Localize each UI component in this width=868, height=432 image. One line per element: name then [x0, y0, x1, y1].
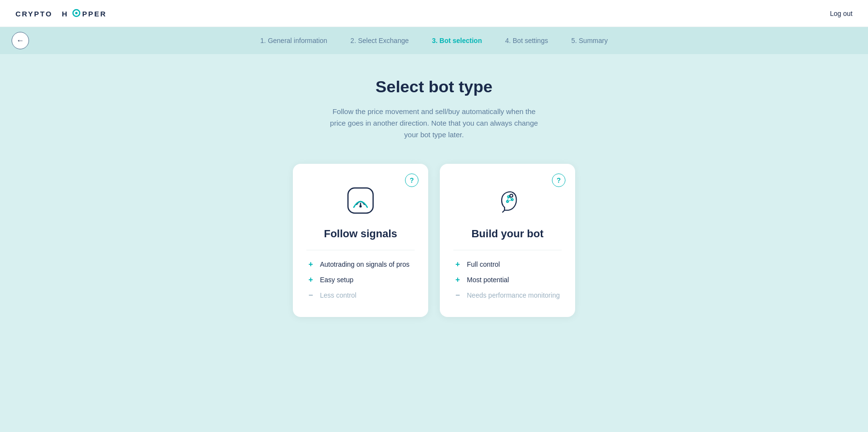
- back-button[interactable]: ←: [12, 32, 29, 49]
- minus-icon-1: −: [306, 291, 315, 300]
- feature-less-control-text: Less control: [320, 291, 356, 299]
- follow-signals-card[interactable]: ? Follow signals + Autotrading on signal: [293, 164, 428, 317]
- stepper-bar: ← 1. General information 2. Select Excha…: [0, 27, 868, 54]
- feature-autotrading-text: Autotrading on signals of pros: [320, 260, 409, 268]
- feature-most-potential: + Most potential: [453, 275, 562, 284]
- feature-performance-monitoring-text: Needs performance monitoring: [467, 291, 560, 299]
- feature-performance-monitoring: − Needs performance monitoring: [453, 291, 562, 300]
- page-title: Select bot type: [376, 77, 492, 96]
- follow-signals-features: + Autotrading on signals of pros + Easy …: [306, 260, 415, 300]
- svg-text:CRYPTO: CRYPTO: [15, 10, 53, 18]
- svg-text:H: H: [62, 10, 68, 18]
- follow-signals-title: Follow signals: [306, 228, 415, 250]
- build-your-bot-title: Build your bot: [453, 228, 562, 250]
- header: CRYPTO H PPER Log out: [0, 0, 868, 27]
- logout-button[interactable]: Log out: [830, 10, 853, 17]
- svg-point-6: [360, 205, 362, 208]
- build-your-bot-icon: [453, 183, 562, 218]
- logo: CRYPTO H PPER: [15, 7, 112, 20]
- feature-full-control: + Full control: [453, 260, 562, 269]
- back-icon: ←: [16, 36, 24, 45]
- steps-container: 1. General information 2. Select Exchang…: [260, 37, 608, 44]
- logo-icon: CRYPTO H PPER: [15, 7, 112, 20]
- feature-autotrading: + Autotrading on signals of pros: [306, 260, 415, 269]
- feature-less-control: − Less control: [306, 291, 415, 300]
- step-summary[interactable]: 5. Summary: [571, 37, 608, 44]
- build-your-bot-card[interactable]: ?: [440, 164, 575, 317]
- main-content: Select bot type Follow the price movemen…: [0, 54, 868, 340]
- cards-container: ? Follow signals + Autotrading on signal: [293, 164, 575, 317]
- svg-point-10: [510, 194, 513, 197]
- follow-signals-help-button[interactable]: ?: [405, 173, 419, 187]
- page-subtitle: Follow the price movement and sell/buy a…: [328, 106, 540, 141]
- step-general[interactable]: 1. General information: [260, 37, 328, 44]
- minus-icon-2: −: [453, 291, 462, 300]
- plus-icon-3: +: [453, 260, 462, 269]
- step-exchange[interactable]: 2. Select Exchange: [350, 37, 409, 44]
- build-your-bot-features: + Full control + Most potential − Needs …: [453, 260, 562, 300]
- svg-text:PPER: PPER: [82, 10, 107, 18]
- build-your-bot-help-button[interactable]: ?: [552, 173, 565, 187]
- svg-point-3: [75, 12, 78, 14]
- follow-signals-icon: [306, 183, 415, 218]
- plus-icon-4: +: [453, 275, 462, 284]
- plus-icon-1: +: [306, 260, 315, 269]
- feature-easy-setup: + Easy setup: [306, 275, 415, 284]
- plus-icon-2: +: [306, 275, 315, 284]
- feature-most-potential-text: Most potential: [467, 276, 509, 284]
- svg-rect-5: [348, 188, 373, 213]
- step-bot-settings[interactable]: 4. Bot settings: [505, 37, 548, 44]
- feature-easy-setup-text: Easy setup: [320, 276, 353, 284]
- step-bot-selection[interactable]: 3. Bot selection: [432, 37, 482, 44]
- feature-full-control-text: Full control: [467, 260, 500, 268]
